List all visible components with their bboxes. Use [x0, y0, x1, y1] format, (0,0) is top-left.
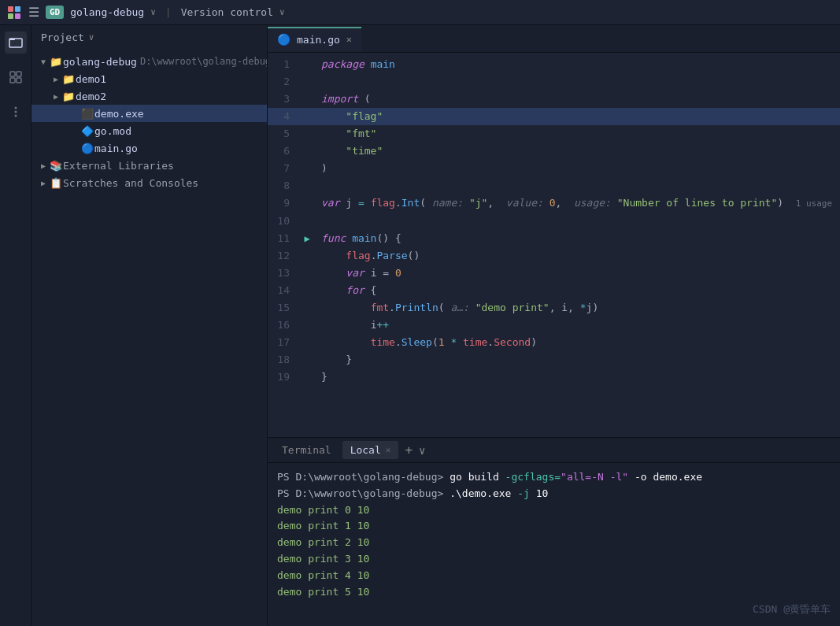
- activity-dots-icon[interactable]: [5, 101, 27, 123]
- tree-item-golang-debug[interactable]: ▼ 📁 golang-debug D:\wwwroot\golang-debug: [31, 53, 267, 70]
- tab-local-inner: Local ✕: [350, 444, 391, 456]
- svg-rect-0: [8, 6, 13, 12]
- svg-rect-8: [10, 78, 15, 83]
- tree-item-demo2[interactable]: ▶ 📁 demo2: [31, 87, 267, 105]
- line-number: 10: [268, 213, 299, 230]
- code-line: 14 for {: [268, 282, 840, 299]
- code-line: 5 "fmt": [268, 125, 840, 143]
- tab-main-go[interactable]: 🔵 main.go ✕: [268, 27, 361, 52]
- vcs-label[interactable]: Version control: [181, 6, 273, 18]
- tab-bar: 🔵 main.go ✕: [268, 25, 840, 53]
- code-line: 4 "flag": [268, 108, 840, 125]
- tree-label: demo.exe: [94, 108, 144, 120]
- tab-local-close-button[interactable]: ✕: [386, 445, 391, 455]
- line-number: 4: [268, 108, 299, 125]
- library-icon: 📚: [49, 160, 63, 172]
- terminal-line: demo print 0 10: [277, 502, 831, 519]
- tab-file-icon: 🔵: [277, 33, 290, 46]
- line-content: "time": [315, 143, 840, 160]
- line-content: "fmt": [315, 125, 840, 143]
- main-layout: Project ∨ ▼ 📁 golang-debug D:\wwwroot\go…: [0, 25, 840, 626]
- panel-tabs: Terminal Local ✕ + ∨: [268, 438, 840, 463]
- tab-terminal-label: Terminal: [282, 444, 331, 456]
- svg-rect-3: [15, 13, 20, 19]
- tree-item-demo-exe[interactable]: ⬛ demo.exe: [31, 105, 267, 122]
- titlebar-separator: |: [165, 6, 172, 18]
- tab-terminal[interactable]: Terminal: [274, 441, 339, 459]
- line-number: 17: [268, 334, 299, 351]
- tree-arrow-icon: ▶: [50, 92, 61, 101]
- tree-arrow-icon: ▶: [38, 179, 49, 187]
- line-content: "flag": [315, 108, 840, 125]
- add-terminal-button[interactable]: +: [401, 443, 416, 457]
- folder-icon: 📁: [49, 56, 63, 68]
- vcs-chevron-icon[interactable]: ∨: [279, 7, 285, 17]
- scratches-icon: 📋: [49, 177, 63, 189]
- project-chevron-icon[interactable]: ∨: [150, 7, 156, 17]
- svg-rect-2: [8, 13, 13, 19]
- terminal-line: demo print 5 10: [277, 584, 831, 601]
- line-content: time.Sleep(1 * time.Second): [315, 334, 840, 351]
- project-header-label: Project: [41, 31, 84, 43]
- go-mod-icon: 🔷: [80, 125, 94, 137]
- tree-item-scratches[interactable]: ▶ 📋 Scratches and Consoles: [31, 174, 267, 191]
- tree-label: demo1: [76, 73, 106, 85]
- line-number: 7: [268, 160, 299, 177]
- tab-local[interactable]: Local ✕: [342, 441, 399, 459]
- svg-point-12: [14, 115, 17, 117]
- code-line: 8: [268, 177, 840, 194]
- sidebar: Project ∨ ▼ 📁 golang-debug D:\wwwroot\go…: [31, 25, 268, 626]
- line-number: 3: [268, 91, 299, 108]
- svg-rect-6: [10, 72, 15, 76]
- line-number: 19: [268, 369, 299, 386]
- project-header[interactable]: Project ∨: [31, 25, 267, 50]
- tree-arrow-icon: ▶: [38, 161, 49, 170]
- line-number: 2: [268, 73, 299, 91]
- code-editor[interactable]: 1 package main 2 3 import ( 4 "flag": [268, 53, 840, 437]
- line-content: fmt.Println( a…: "demo print", i, *j): [315, 299, 840, 317]
- line-number: 11: [268, 230, 299, 247]
- tree-item-external-libraries[interactable]: ▶ 📚 External Libraries: [31, 157, 267, 174]
- line-number: 18: [268, 351, 299, 369]
- code-line: 7 ): [268, 160, 840, 177]
- tab-close-button[interactable]: ✕: [346, 34, 352, 45]
- code-line: 19 }: [268, 369, 840, 386]
- tree-label: go.mod: [94, 125, 131, 137]
- svg-rect-1: [15, 6, 20, 12]
- terminal-line: demo print 4 10: [277, 568, 831, 584]
- line-number: 6: [268, 143, 299, 160]
- activity-folder-icon[interactable]: [5, 31, 27, 54]
- line-content: func main() {: [315, 230, 840, 247]
- line-number: 9: [268, 194, 299, 212]
- app-logo: [6, 5, 22, 20]
- tab-label: main.go: [297, 34, 340, 46]
- code-line: 16 i++: [268, 317, 840, 334]
- code-line: 18 }: [268, 351, 840, 369]
- terminal-output[interactable]: PS D:\wwwroot\golang-debug> go build -gc…: [268, 463, 840, 626]
- run-button-icon[interactable]: ▶: [299, 230, 315, 247]
- code-line: 13 var i = 0: [268, 265, 840, 282]
- go-file-icon: 🔵: [80, 143, 94, 154]
- tree-item-main-go[interactable]: 🔵 main.go: [31, 139, 267, 157]
- titlebar: ☰ GD golang-debug ∨ | Version control ∨: [0, 0, 840, 25]
- line-number: 15: [268, 299, 299, 317]
- line-number: 16: [268, 317, 299, 334]
- hamburger-icon[interactable]: ☰: [28, 5, 39, 20]
- tree-path: D:\wwwroot\golang-debug: [140, 56, 267, 67]
- project-badge: GD: [46, 6, 64, 19]
- svg-rect-9: [17, 78, 21, 83]
- tree-item-go-mod[interactable]: 🔷 go.mod: [31, 122, 267, 139]
- code-line: 11 ▶ func main() {: [268, 230, 840, 247]
- code-line: 15 fmt.Println( a…: "demo print", i, *j): [268, 299, 840, 317]
- tree-arrow-icon: ▼: [38, 57, 49, 66]
- tree-label: main.go: [94, 143, 138, 154]
- project-name[interactable]: golang-debug: [70, 6, 144, 18]
- folder-icon: 📁: [61, 73, 76, 85]
- activity-grid-icon[interactable]: [5, 66, 27, 88]
- exe-icon: ⬛: [80, 108, 94, 120]
- bottom-panel: Terminal Local ✕ + ∨ PS D:\wwwroot\golan…: [268, 437, 840, 626]
- line-number: 14: [268, 282, 299, 299]
- tree-item-demo1[interactable]: ▶ 📁 demo1: [31, 70, 267, 87]
- line-content: }: [315, 369, 840, 386]
- terminal-options-chevron-icon[interactable]: ∨: [419, 444, 425, 457]
